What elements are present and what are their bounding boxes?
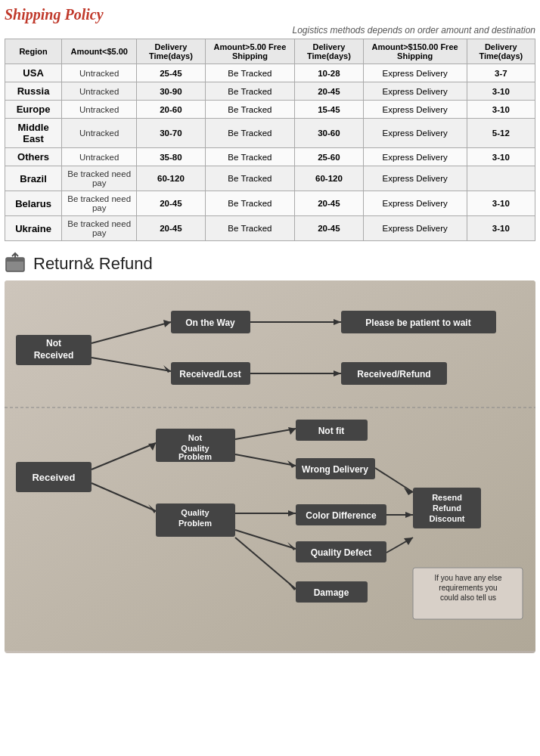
col3-method-cell: Express Delivery xyxy=(363,119,467,148)
col1-time-cell: 20-60 xyxy=(137,101,205,119)
col3-time-cell: 3-10 xyxy=(467,101,535,119)
svg-rect-1 xyxy=(6,258,24,262)
flowchart-container: Not Received On the Way Please be patien… xyxy=(5,280,535,653)
region-cell: Ukraine xyxy=(5,216,62,241)
region-cell: Brazil xyxy=(5,166,62,191)
col1-time-cell: 35-80 xyxy=(137,148,205,166)
col2-time-cell: 60-120 xyxy=(295,166,363,191)
col1-method-cell: Untracked xyxy=(62,82,137,101)
please-wait-label: Please be patient to wait xyxy=(365,318,470,328)
col2-time-cell: 25-60 xyxy=(295,148,363,166)
shipping-table: Region Amount<$5.00 Delivery Time(days) … xyxy=(5,39,535,241)
table-row: Ukraine Be tracked need pay 20-45 Be Tra… xyxy=(5,216,535,241)
refund-title-bar: Return& Refund xyxy=(5,252,535,276)
col-delivery3-header: Delivery Time(days) xyxy=(467,39,535,64)
col1-method-cell: Untracked xyxy=(62,119,137,148)
resend-label3: Discount xyxy=(429,514,464,523)
col3-time-cell: 3-10 xyxy=(467,148,535,166)
table-row: Middle East Untracked 30-70 Be Tracked 3… xyxy=(5,119,535,148)
col2-method-cell: Be Tracked xyxy=(205,148,295,166)
col1-method-cell: Be tracked need pay xyxy=(62,191,137,216)
col3-time-cell: 3-10 xyxy=(467,82,535,101)
on-the-way-label: On the Way xyxy=(185,318,235,328)
not-received-label: Not xyxy=(46,338,61,349)
resend-label1: Resend xyxy=(432,493,462,502)
col3-method-cell: Express Delivery xyxy=(363,101,467,119)
col3-method-cell: Express Delivery xyxy=(363,191,467,216)
col2-method-cell: Be Tracked xyxy=(205,216,295,241)
col2-method-cell: Be Tracked xyxy=(205,64,295,82)
col2-time-cell: 10-28 xyxy=(295,64,363,82)
not-fit-label: Not fit xyxy=(318,426,345,436)
received-lost-label: Received/Lost xyxy=(179,369,241,380)
region-cell: Middle East xyxy=(5,119,62,148)
col1-time-cell: 30-90 xyxy=(137,82,205,101)
col3-method-cell: Express Delivery xyxy=(363,216,467,241)
received-refund-label: Received/Refund xyxy=(357,369,430,380)
col2-method-cell: Be Tracked xyxy=(205,191,295,216)
region-cell: USA xyxy=(5,64,62,82)
col2-method-cell: Be Tracked xyxy=(205,82,295,101)
col-delivery2-header: Delivery Time(days) xyxy=(295,39,363,64)
col3-time-cell: 3-7 xyxy=(467,64,535,82)
refund-icon xyxy=(5,252,29,276)
col-region-header: Region xyxy=(5,39,62,64)
col3-time-cell: 3-10 xyxy=(467,191,535,216)
col-amount3-header: Amount>$150.00 Free Shipping xyxy=(363,39,467,64)
region-cell: Europe xyxy=(5,101,62,119)
col2-method-cell: Be Tracked xyxy=(205,101,295,119)
req-text1: If you have any else xyxy=(435,574,502,582)
col2-time-cell: 15-45 xyxy=(295,101,363,119)
shipping-section: Shipping Policy Logistics methods depend… xyxy=(0,0,540,246)
wrong-delivery-label: Wrong Delivery xyxy=(302,464,368,475)
col2-time-cell: 20-45 xyxy=(295,216,363,241)
table-row: Belarus Be tracked need pay 20-45 Be Tra… xyxy=(5,191,535,216)
col1-method-cell: Untracked xyxy=(62,64,137,82)
region-cell: Russia xyxy=(5,82,62,101)
col2-method-cell: Be Tracked xyxy=(205,119,295,148)
quality-problem-label1: Quality xyxy=(181,508,209,517)
region-cell: Others xyxy=(5,148,62,166)
table-row: Europe Untracked 20-60 Be Tracked 15-45 … xyxy=(5,101,535,119)
col1-method-cell: Be tracked need pay xyxy=(62,166,137,191)
col3-method-cell: Express Delivery xyxy=(363,166,467,191)
table-row: Others Untracked 35-80 Be Tracked 25-60 … xyxy=(5,148,535,166)
col-delivery1-header: Delivery Time(days) xyxy=(137,39,205,64)
shipping-subtitle: Logistics methods depends on order amoun… xyxy=(5,25,535,36)
not-quality-label1: Not xyxy=(188,433,203,442)
refund-section: Return& Refund Not Received On the Way xyxy=(0,246,540,659)
table-row: Brazil Be tracked need pay 60-120 Be Tra… xyxy=(5,166,535,191)
region-cell: Belarus xyxy=(5,191,62,216)
table-header-row: Region Amount<$5.00 Delivery Time(days) … xyxy=(5,39,535,64)
col1-time-cell: 30-70 xyxy=(137,119,205,148)
quality-problem-label2: Problem xyxy=(178,519,212,528)
damage-label: Damage xyxy=(314,587,349,598)
req-text3: could also tell us xyxy=(440,593,496,602)
col1-time-cell: 20-45 xyxy=(137,216,205,241)
flowchart-svg: Not Received On the Way Please be patien… xyxy=(5,280,535,651)
col3-time-cell: 3-10 xyxy=(467,216,535,241)
shipping-title: Shipping Policy xyxy=(5,6,535,23)
col-amount2-header: Amount>5.00 Free Shipping xyxy=(205,39,295,64)
col1-method-cell: Untracked xyxy=(62,148,137,166)
not-received-label2: Received xyxy=(34,350,74,361)
col2-time-cell: 30-60 xyxy=(295,119,363,148)
col1-time-cell: 20-45 xyxy=(137,191,205,216)
resend-label2: Refund xyxy=(433,503,461,513)
col1-time-cell: 25-45 xyxy=(137,64,205,82)
col1-method-cell: Untracked xyxy=(62,101,137,119)
col2-method-cell: Be Tracked xyxy=(205,166,295,191)
col-amount1-header: Amount<$5.00 xyxy=(62,39,137,64)
color-diff-label: Color Difference xyxy=(306,510,377,521)
col2-time-cell: 20-45 xyxy=(295,82,363,101)
refund-title: Return& Refund xyxy=(33,254,153,274)
col3-time-cell: 5-12 xyxy=(467,119,535,148)
col3-method-cell: Express Delivery xyxy=(363,64,467,82)
not-quality-label3: Problem xyxy=(178,452,212,461)
col3-method-cell: Express Delivery xyxy=(363,148,467,166)
col1-time-cell: 60-120 xyxy=(137,166,205,191)
quality-defect-label: Quality Defect xyxy=(311,547,372,558)
table-row: Russia Untracked 30-90 Be Tracked 20-45 … xyxy=(5,82,535,101)
col2-time-cell: 20-45 xyxy=(295,191,363,216)
table-row: USA Untracked 25-45 Be Tracked 10-28 Exp… xyxy=(5,64,535,82)
